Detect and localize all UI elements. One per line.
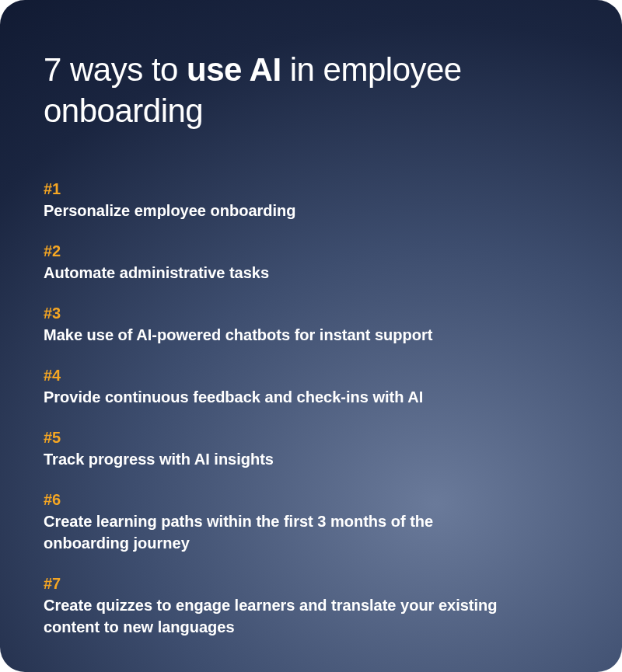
item-text: Personalize employee onboarding: [44, 200, 510, 221]
item-text: Track progress with AI insights: [44, 448, 510, 470]
list-item: #7 Create quizzes to engage learners and…: [44, 573, 510, 638]
item-number: #4: [44, 364, 510, 386]
title-bold: use AI: [187, 51, 281, 88]
item-text: Automate administrative tasks: [44, 262, 510, 284]
info-card: 7 ways to use AI in employee onboarding …: [0, 0, 622, 672]
item-number: #6: [44, 489, 510, 510]
title-pre: 7 ways to: [44, 51, 187, 88]
item-text: Make use of AI-powered chatbots for inst…: [44, 324, 510, 346]
item-number: #2: [44, 240, 510, 262]
list-item: #4 Provide continuous feedback and check…: [44, 364, 510, 408]
card-title: 7 ways to use AI in employee onboarding: [44, 50, 578, 131]
item-text: Create quizzes to engage learners and tr…: [44, 594, 510, 638]
list-item: #6 Create learning paths within the firs…: [44, 489, 510, 554]
item-number: #1: [44, 178, 510, 200]
item-number: #5: [44, 427, 510, 448]
list-item: #5 Track progress with AI insights: [44, 427, 510, 470]
list-item: #3 Make use of AI-powered chatbots for i…: [44, 302, 510, 346]
list-item: #1 Personalize employee onboarding: [44, 178, 510, 221]
item-number: #7: [44, 573, 510, 594]
item-number: #3: [44, 302, 510, 324]
item-text: Create learning paths within the first 3…: [44, 510, 510, 554]
list-item: #2 Automate administrative tasks: [44, 240, 510, 284]
item-list: #1 Personalize employee onboarding #2 Au…: [44, 178, 578, 638]
item-text: Provide continuous feedback and check-in…: [44, 386, 510, 408]
